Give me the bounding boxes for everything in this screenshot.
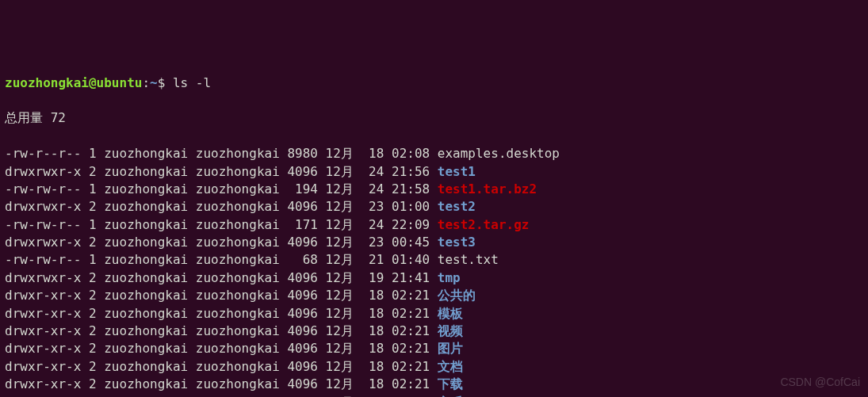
row-metadata: drwxr-xr-x 2 zuozhongkai zuozhongkai 409… <box>5 341 438 356</box>
listing-row: -rw-rw-r-- 1 zuozhongkai zuozhongkai 171… <box>5 216 863 234</box>
listing-row: drwxr-xr-x 2 zuozhongkai zuozhongkai 409… <box>5 340 863 357</box>
row-metadata: drwxr-xr-x 2 zuozhongkai zuozhongkai 409… <box>5 288 438 303</box>
file-name: test3 <box>438 235 476 250</box>
file-name: 模板 <box>438 306 463 321</box>
file-name: 文档 <box>438 359 463 374</box>
listing-row: drwxr-xr-x 2 zuozhongkai zuozhongkai 409… <box>5 394 863 397</box>
listing-row: drwxr-xr-x 2 zuozhongkai zuozhongkai 409… <box>5 323 863 340</box>
listing-row: drwxrwxr-x 2 zuozhongkai zuozhongkai 409… <box>5 269 863 287</box>
row-metadata: -rw-rw-r-- 1 zuozhongkai zuozhongkai 171… <box>5 217 438 232</box>
file-name: tmp <box>438 270 461 285</box>
file-name: test1.tar.bz2 <box>438 181 537 197</box>
listing-row: drwxrwxr-x 2 zuozhongkai zuozhongkai 409… <box>5 163 863 181</box>
prompt-userhost: zuozhongkai@ubuntu <box>5 75 142 90</box>
row-metadata: -rw-rw-r-- 1 zuozhongkai zuozhongkai 68 … <box>5 252 438 267</box>
row-metadata: drwxr-xr-x 2 zuozhongkai zuozhongkai 409… <box>5 359 438 374</box>
row-metadata: drwxr-xr-x 2 zuozhongkai zuozhongkai 409… <box>5 376 438 391</box>
listing-row: -rw-rw-r-- 1 zuozhongkai zuozhongkai 68 … <box>5 251 863 269</box>
row-metadata: -rw-rw-r-- 1 zuozhongkai zuozhongkai 194… <box>5 181 438 197</box>
file-name: test.txt <box>438 252 499 267</box>
listing-row: drwxr-xr-x 2 zuozhongkai zuozhongkai 409… <box>5 358 863 376</box>
row-metadata: -rw-r--r-- 1 zuozhongkai zuozhongkai 898… <box>5 146 438 161</box>
row-metadata: drwxrwxr-x 2 zuozhongkai zuozhongkai 409… <box>5 164 438 179</box>
watermark-text: CSDN @CofCai <box>780 375 860 391</box>
prompt-separator: : <box>142 75 150 90</box>
prompt-path: ~ <box>150 75 158 90</box>
listing-row: -rw-r--r-- 1 zuozhongkai zuozhongkai 898… <box>5 145 863 162</box>
row-metadata: drwxr-xr-x 2 zuozhongkai zuozhongkai 409… <box>5 306 438 321</box>
file-name: 下载 <box>438 376 463 391</box>
file-name: 图片 <box>438 341 463 356</box>
prompt-symbol: $ <box>158 75 166 90</box>
listing-row: drwxrwxr-x 2 zuozhongkai zuozhongkai 409… <box>5 198 863 216</box>
file-name: test2.tar.gz <box>438 217 530 232</box>
file-name: 公共的 <box>438 288 476 303</box>
row-metadata: drwxrwxr-x 2 zuozhongkai zuozhongkai 409… <box>5 199 438 214</box>
row-metadata: drwxrwxr-x 2 zuozhongkai zuozhongkai 409… <box>5 270 438 285</box>
row-metadata: drwxr-xr-x 2 zuozhongkai zuozhongkai 409… <box>5 395 438 397</box>
total-line: 总用量 72 <box>5 109 863 127</box>
listing-row: drwxrwxr-x 2 zuozhongkai zuozhongkai 409… <box>5 234 863 251</box>
prompt-line[interactable]: zuozhongkai@ubuntu:~$ ls -l <box>5 74 863 92</box>
listing-row: drwxr-xr-x 2 zuozhongkai zuozhongkai 409… <box>5 305 863 323</box>
file-name: test1 <box>438 164 476 179</box>
row-metadata: drwxrwxr-x 2 zuozhongkai zuozhongkai 409… <box>5 235 438 250</box>
listing-row: drwxr-xr-x 2 zuozhongkai zuozhongkai 409… <box>5 287 863 304</box>
file-name: test2 <box>438 199 476 214</box>
row-metadata: drwxr-xr-x 2 zuozhongkai zuozhongkai 409… <box>5 323 438 338</box>
file-name: 音乐 <box>438 395 463 397</box>
file-name: 视频 <box>438 323 463 338</box>
file-name: examples.desktop <box>438 146 560 161</box>
command-text: ls -l <box>165 75 211 90</box>
listing-row: -rw-rw-r-- 1 zuozhongkai zuozhongkai 194… <box>5 181 863 198</box>
file-listing: -rw-r--r-- 1 zuozhongkai zuozhongkai 898… <box>5 145 863 397</box>
listing-row: drwxr-xr-x 2 zuozhongkai zuozhongkai 409… <box>5 376 863 393</box>
